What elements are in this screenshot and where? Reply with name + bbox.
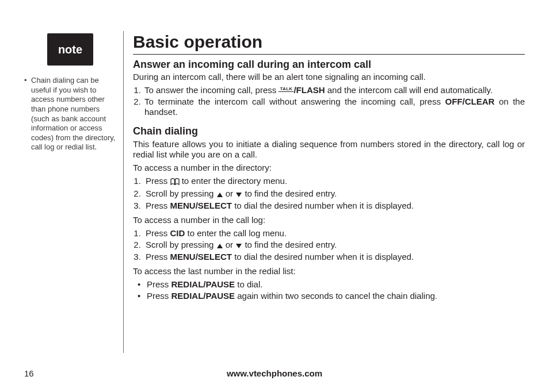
text: to find the desired entry. — [242, 240, 337, 249]
footer-url: www.vtechphones.com — [0, 368, 549, 378]
redial-steps: Press REDIAL/PAUSE to dial. Press REDIAL… — [133, 279, 525, 302]
menu-select-label: MENU/SELECT — [170, 201, 232, 210]
text: handset. — [144, 107, 525, 118]
section1-steps: To answer the incoming call, press TALK/… — [133, 85, 525, 118]
redial-label: To access the last number in the redial … — [133, 266, 525, 277]
calllog-steps: Press CID to enter the call log menu. Sc… — [133, 228, 525, 263]
talk-label: TALK — [280, 88, 292, 91]
note-item: Chain dialing can be useful if you wish … — [24, 76, 116, 152]
text: or — [223, 189, 236, 198]
redial-step-2: Press REDIAL/PAUSE again within two seco… — [135, 291, 525, 302]
down-arrow-icon — [235, 190, 242, 201]
section-heading-chain: Chain dialing — [133, 125, 525, 138]
menu-select-label: MENU/SELECT — [170, 252, 232, 262]
text: Press — [146, 228, 170, 238]
directory-step-1: Press to enter the directory menu. — [143, 176, 525, 188]
directory-step-3: Press MENU/SELECT to dial the desired nu… — [143, 201, 525, 212]
text: to enter the call log menu. — [185, 228, 287, 238]
section1-step-1: To answer the incoming call, press TALK/… — [143, 85, 525, 96]
down-arrow-icon — [235, 241, 242, 252]
text: To terminate the intercom call without a… — [144, 97, 445, 106]
text: Press — [146, 176, 170, 186]
text: or — [223, 240, 236, 249]
up-arrow-icon — [216, 241, 223, 252]
redial-pause-label: REDIAL/PAUSE — [171, 291, 235, 301]
offclear-label: OFF/CLEAR — [445, 97, 495, 106]
page-title: Basic operation — [133, 31, 525, 55]
book-icon — [170, 177, 180, 188]
calllog-step-3: Press MENU/SELECT to dial the desired nu… — [143, 252, 525, 263]
section2-intro: This feature allows you to initiate a di… — [133, 139, 525, 161]
main-content: Basic operation Answer an incoming call … — [131, 31, 525, 392]
text: Press — [147, 291, 171, 301]
talk-flash-icon: TALK — [279, 88, 293, 92]
redial-pause-label: REDIAL/PAUSE — [171, 279, 235, 289]
directory-label: To access a number in the directory: — [133, 163, 525, 174]
text: again within two seconds to cancel the c… — [235, 291, 437, 301]
text: Scroll by pressing — [146, 240, 216, 249]
flash-label: /FLASH — [293, 85, 325, 95]
phone-icon-line — [279, 91, 293, 92]
calllog-label: To access a number in the call log: — [133, 215, 525, 226]
calllog-step-1: Press CID to enter the call log menu. — [143, 228, 525, 239]
calllog-step-2: Scroll by pressing or to find the desire… — [143, 240, 525, 252]
sidebar: note Chain dialing can be useful if you … — [24, 31, 121, 392]
text: to enter the directory menu. — [180, 176, 288, 186]
text: to dial. — [235, 279, 262, 289]
cid-label: CID — [170, 228, 185, 238]
text: to dial the desired number when it is di… — [232, 252, 414, 262]
text: To answer the incoming call, press — [144, 85, 279, 95]
text: Press — [146, 201, 170, 210]
text: Press — [146, 252, 170, 262]
section1-step-2: To terminate the intercom call without a… — [143, 97, 525, 118]
text: on the — [494, 97, 525, 106]
text: and the intercom call will end automatic… — [325, 85, 493, 95]
directory-steps: Press to enter the directory menu. Scrol… — [133, 176, 525, 212]
section1-intro: During an intercom call, there will be a… — [133, 72, 525, 83]
note-list: Chain dialing can be useful if you wish … — [24, 76, 116, 152]
directory-step-2: Scroll by pressing or to find the desire… — [143, 189, 525, 201]
text: Press — [147, 279, 171, 289]
text: Scroll by pressing — [146, 189, 216, 198]
section-heading-incoming: Answer an incoming call during an interc… — [133, 58, 525, 71]
redial-step-1: Press REDIAL/PAUSE to dial. — [135, 279, 525, 290]
text: to find the desired entry. — [242, 189, 337, 198]
manual-page: note Chain dialing can be useful if you … — [0, 0, 549, 392]
text: to dial the desired number when it is di… — [232, 201, 414, 210]
up-arrow-icon — [216, 190, 223, 201]
column-divider — [123, 31, 124, 353]
note-badge: note — [47, 33, 93, 66]
